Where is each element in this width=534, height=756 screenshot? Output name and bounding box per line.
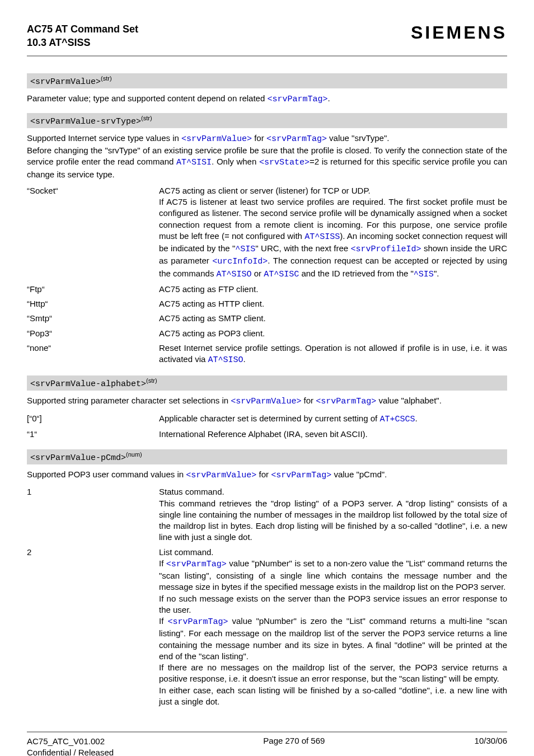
param-intro: Supported POP3 user command values in <s… (27, 469, 507, 481)
value-row: [“0“]Applicable character set is determi… (27, 411, 507, 427)
value-row: “1“International Reference Alphabet (IRA… (27, 427, 507, 442)
footer-left: AC75_ATC_V01.002 Confidential / Released (27, 736, 114, 756)
value-row: “Pop3“AC75 acting as POP3 client. (27, 326, 507, 341)
value-key: 1 (27, 485, 159, 544)
value-desc: Reset Internet service profile settings.… (159, 341, 507, 368)
value-key: 2 (27, 545, 159, 710)
footer-page-number: Page 270 of 569 (263, 736, 325, 756)
value-key: [“0“] (27, 411, 159, 427)
value-row: 2List command.If <srvParmTag> value "pNu… (27, 545, 507, 710)
value-key: “Pop3“ (27, 326, 159, 341)
param-header: <srvParmValue-pCmd>(num) (27, 449, 507, 464)
value-table: “Socket“AC75 acting as client or server … (27, 184, 507, 368)
value-key: “Smtp“ (27, 311, 159, 326)
page: AC75 AT Command Set 10.3 AT^SISS SIEMENS… (0, 0, 534, 756)
doc-title-line2: 10.3 AT^SISS (27, 36, 138, 49)
value-row: “Http“AC75 acting as HTTP client. (27, 297, 507, 311)
value-row: “Ftp“AC75 acting as FTP client. (27, 282, 507, 297)
value-key: “Ftp“ (27, 282, 159, 297)
doc-title-line1: AC75 AT Command Set (27, 22, 138, 36)
value-key: “Http“ (27, 297, 159, 311)
value-table: [“0“]Applicable character set is determi… (27, 411, 507, 442)
footer-classification: Confidential / Released (27, 747, 114, 756)
value-desc: Status command.This command retrieves th… (159, 485, 507, 544)
value-desc: AC75 acting as POP3 client. (159, 326, 507, 341)
value-key: “1“ (27, 427, 159, 442)
value-desc: International Reference Alphabet (IRA, s… (159, 427, 507, 442)
footer-date: 10/30/06 (475, 736, 507, 756)
header-rule (27, 55, 507, 57)
content: <srvParmValue>(str)Parameter value; type… (27, 73, 507, 710)
footer-rule (27, 731, 507, 732)
param-header: <srvParmValue>(str) (27, 73, 507, 88)
value-row: 1Status command.This command retrieves t… (27, 485, 507, 544)
value-row: “none“Reset Internet service profile set… (27, 341, 507, 368)
value-key: “none“ (27, 341, 159, 368)
value-desc: List command.If <srvParmTag> value "pNum… (159, 545, 507, 710)
param-intro: Supported Internet service type values i… (27, 133, 507, 180)
value-row: “Smtp“AC75 acting as SMTP client. (27, 311, 507, 326)
param-header: <srvParmValue-srvType>(str) (27, 113, 507, 128)
value-desc: AC75 acting as FTP client. (159, 282, 507, 297)
value-key: “Socket“ (27, 184, 159, 282)
param-header: <srvParmValue-alphabet>(str) (27, 375, 507, 391)
value-desc: AC75 acting as client or server (listene… (159, 184, 507, 282)
value-table: 1Status command.This command retrieves t… (27, 485, 507, 709)
footer-version: AC75_ATC_V01.002 (27, 736, 114, 747)
page-footer: AC75_ATC_V01.002 Confidential / Released… (27, 736, 507, 756)
param-intro: Supported string parameter character set… (27, 395, 507, 407)
value-desc: Applicable character set is determined b… (159, 411, 507, 427)
value-row: “Socket“AC75 acting as client or server … (27, 184, 507, 282)
param-intro: Parameter value; type and supported cont… (27, 93, 507, 105)
header-title-block: AC75 AT Command Set 10.3 AT^SISS (27, 22, 138, 50)
value-desc: AC75 acting as HTTP client. (159, 297, 507, 311)
brand-logo: SIEMENS (411, 22, 507, 43)
page-header: AC75 AT Command Set 10.3 AT^SISS SIEMENS (27, 22, 507, 50)
value-desc: AC75 acting as SMTP client. (159, 311, 507, 326)
